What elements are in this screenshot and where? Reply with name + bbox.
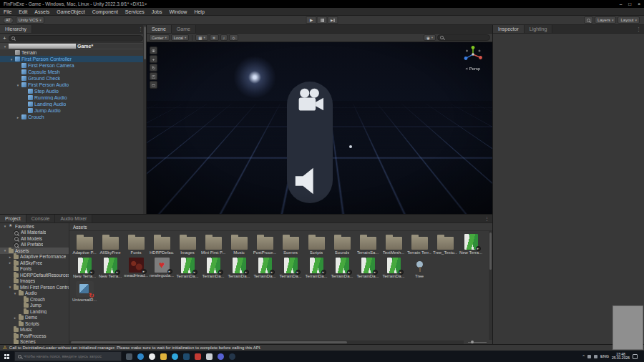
scene-search-input[interactable]: [445, 36, 487, 40]
asset-item[interactable]: Music: [226, 234, 252, 255]
scene-view-tab[interactable]: Scene: [147, 25, 172, 33]
folder-tree-item[interactable]: ▸ AllSkyFree: [0, 260, 69, 266]
gizmos-dropdown[interactable]: ◉: [424, 34, 436, 41]
project-tab[interactable]: Audio Mixer: [55, 215, 92, 222]
folder-tree-item[interactable]: ▸ Demo: [0, 315, 69, 321]
folder-tree-item[interactable]: HDRPDefaultResources: [0, 272, 69, 278]
asset-item[interactable]: Fonts: [123, 234, 149, 255]
grid-horizontal-scrollbar[interactable]: [69, 341, 464, 344]
taskbar-app-icon[interactable]: [203, 351, 215, 362]
asset-item[interactable]: Images: [175, 234, 200, 255]
hierarchy-item[interactable]: Jump Audio: [0, 107, 146, 114]
expand-arrow-icon[interactable]: ▾: [16, 83, 20, 87]
asset-item[interactable]: Tree_Textu...: [432, 234, 458, 255]
hierarchy-scrollbar[interactable]: [143, 25, 146, 214]
asset-item[interactable]: TerrainDa...: [329, 258, 355, 278]
taskbar-app-icon[interactable]: [192, 351, 203, 362]
account-button[interactable]: AT: [3, 17, 14, 24]
expand-badge-icon[interactable]: [218, 270, 223, 275]
menu-item[interactable]: Window: [166, 9, 191, 14]
folder-tree-item[interactable]: Images: [0, 278, 69, 285]
asset-item[interactable]: Tree: [406, 258, 432, 278]
hierarchy-item[interactable]: Terrain: [0, 49, 146, 56]
hierarchy-item[interactable]: Landing Audio: [0, 101, 146, 107]
tab-hierarchy[interactable]: Hierarchy: [0, 25, 32, 33]
asset-item[interactable]: newlegoda...: [149, 258, 175, 278]
hierarchy-item[interactable]: Ground Check: [0, 75, 146, 82]
layout-dropdown[interactable]: Layout: [618, 16, 640, 24]
expand-arrow-icon[interactable]: ▸: [13, 315, 17, 320]
expand-badge-icon[interactable]: [347, 270, 352, 275]
hierarchy-item[interactable]: Capsule Mesh: [0, 69, 146, 75]
expand-badge-icon[interactable]: [476, 246, 481, 251]
folder-tree-item[interactable]: Fonts: [0, 266, 69, 273]
asset-item[interactable]: New Terra...: [97, 258, 123, 278]
project-tab[interactable]: Project: [0, 215, 26, 222]
menu-item[interactable]: Edit: [15, 9, 31, 14]
asset-item[interactable]: New Terra...: [72, 258, 97, 278]
taskbar-app-icon[interactable]: [226, 351, 238, 362]
expand-badge-icon[interactable]: [244, 270, 249, 275]
taskbar-search[interactable]: [14, 351, 122, 361]
expand-badge-icon[interactable]: [399, 270, 404, 275]
asset-item[interactable]: TerrainSa...: [355, 234, 381, 255]
audio-toggle-button[interactable]: ♪: [220, 34, 228, 41]
folder-tree-item[interactable]: ▾ Audio: [0, 290, 69, 297]
move-tool-icon[interactable]: +: [150, 55, 157, 63]
lighting-toggle-button[interactable]: ☀: [210, 34, 219, 41]
panel-menu-icon[interactable]: ⋮: [633, 25, 644, 33]
hierarchy-item[interactable]: Step Audio: [0, 88, 146, 94]
pause-button[interactable]: [317, 16, 328, 24]
expand-badge-icon[interactable]: [142, 269, 147, 274]
folder-tree-item[interactable]: ▾ Assets: [0, 248, 69, 254]
expand-badge-icon[interactable]: [192, 270, 197, 275]
folder-tree-item[interactable]: ▾ Favorites: [0, 223, 69, 230]
hierarchy-item[interactable]: Running Audio: [0, 94, 146, 101]
minimize-button[interactable]: –: [620, 1, 623, 6]
icon-size-slider[interactable]: [468, 341, 487, 343]
rect-tool-icon[interactable]: ▭: [150, 81, 157, 89]
asset-item[interactable]: Scenes: [278, 234, 303, 255]
asset-item[interactable]: Sounds: [329, 234, 355, 255]
asset-item[interactable]: TerrainDa...: [278, 258, 303, 278]
effects-toggle-button[interactable]: ◇: [229, 34, 238, 41]
orientation-axis-gizmo[interactable]: < Persp: [461, 45, 485, 71]
grid-visibility-button[interactable]: ▦: [195, 34, 208, 41]
scene-view-tab[interactable]: Game: [172, 25, 196, 33]
asset-item[interactable]: TerrainDa...: [355, 258, 381, 278]
taskbar-app-icon[interactable]: [123, 351, 135, 362]
taskbar-app-icon[interactable]: [180, 351, 192, 362]
console-status-message[interactable]: Call to DeinitializeLoader without an in…: [9, 346, 261, 350]
expand-arrow-icon[interactable]: ▸: [16, 115, 20, 119]
scene-search[interactable]: [437, 34, 490, 41]
maximize-button[interactable]: □: [628, 1, 631, 6]
perspective-label[interactable]: < Persp: [461, 67, 485, 71]
menu-item[interactable]: Jobs: [148, 9, 166, 14]
folder-tree-item[interactable]: Scenes: [0, 339, 69, 345]
version-control-dropdown[interactable]: Unity VCS: [16, 16, 44, 24]
close-button[interactable]: ×: [638, 1, 640, 6]
expand-badge-icon[interactable]: [167, 269, 172, 274]
folder-tree-item[interactable]: ▾ Mini First Person Controls: [0, 284, 69, 290]
folder-tree-item[interactable]: PostProcess: [0, 333, 69, 339]
asset-item[interactable]: Mini First P...: [200, 234, 226, 255]
folder-tree-item[interactable]: Jump: [0, 303, 69, 309]
folder-tree-item[interactable]: ▸ Adaptive Performance: [0, 254, 69, 260]
step-button[interactable]: ▶: [328, 16, 338, 24]
tray-status-icon[interactable]: [587, 355, 591, 358]
hierarchy-item[interactable]: ▾ Game*: [0, 43, 146, 49]
expand-arrow-icon[interactable]: ▾: [8, 285, 12, 289]
folder-tree-item[interactable]: Crouch: [0, 296, 69, 303]
hierarchy-item[interactable]: ▸ Crouch: [0, 114, 146, 120]
folder-tree-item[interactable]: Music: [0, 327, 69, 333]
asset-item[interactable]: Scripts: [303, 234, 329, 255]
expand-badge-icon[interactable]: [296, 270, 301, 275]
expand-arrow-icon[interactable]: ▾: [3, 224, 7, 228]
menu-item[interactable]: GameObject: [53, 9, 88, 14]
expand-arrow-icon[interactable]: ▸: [8, 260, 12, 265]
asset-item[interactable]: TerrainDa...: [226, 258, 252, 278]
inspector-tab[interactable]: Inspector: [493, 25, 525, 33]
expand-arrow-icon[interactable]: ▾: [13, 291, 17, 295]
hierarchy-search[interactable]: [9, 35, 143, 41]
expand-badge-icon[interactable]: [270, 270, 275, 275]
